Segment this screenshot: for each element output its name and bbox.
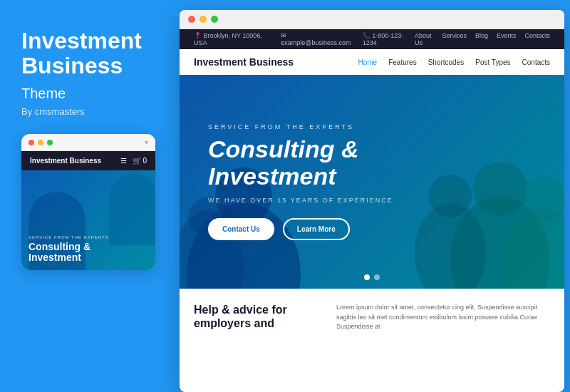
site-hero-content: SERVICE FROM THE EXPERTS Consulting & In… bbox=[208, 123, 536, 240]
site-nav-links: Home Features Shortcodes Post Types Cont… bbox=[358, 58, 550, 66]
mobile-dropdown-arrow: ▾ bbox=[145, 138, 148, 146]
hero-slide-dots bbox=[364, 274, 380, 280]
site-topbar: 📍 Brooklyn, NY 10006, USA ✉ example@busi… bbox=[180, 29, 564, 49]
hero-learn-button[interactable]: Learn More bbox=[283, 218, 350, 240]
browser-dot-red bbox=[188, 16, 195, 23]
site-topbar-contact: 📍 Brooklyn, NY 10006, USA ✉ example@busi… bbox=[194, 32, 415, 46]
nav-shortcodes[interactable]: Shortcodes bbox=[428, 58, 465, 66]
hero-cta-buttons: Contact Us Learn More bbox=[208, 218, 536, 240]
topbar-events[interactable]: Events bbox=[497, 32, 517, 46]
topbar-about[interactable]: About Us bbox=[415, 32, 433, 46]
mobile-nav-icons: ☰ 🛒 0 bbox=[120, 157, 147, 165]
site-bottom-body: Lorem ipsum dolor sit amet, consectetur … bbox=[336, 303, 550, 333]
hero-contact-button[interactable]: Contact Us bbox=[208, 218, 274, 240]
site-bottom-left: Help & advice for employers and bbox=[194, 303, 322, 333]
left-panel: Investment Business Theme By cmsmasters … bbox=[0, 0, 177, 392]
topbar-blog[interactable]: Blog bbox=[475, 32, 488, 46]
browser-dot-green bbox=[211, 16, 218, 23]
site-phone: 📞 1-800-123-1234 bbox=[363, 32, 415, 46]
mobile-hero: SERVICE FROM THE EXPERTS Consulting & In… bbox=[21, 170, 155, 270]
product-title: Investment Business bbox=[21, 29, 155, 78]
product-author: By cmsmasters bbox=[21, 106, 155, 117]
hero-subtext: WE HAVE OVER 15 YEARS OF EXPERIENCE bbox=[208, 197, 536, 204]
mobile-hero-text: SERVICE FROM THE EXPERTS Consulting & In… bbox=[28, 235, 148, 264]
hero-dot-2[interactable] bbox=[374, 274, 380, 280]
browser-dot-yellow bbox=[200, 16, 207, 23]
mobile-window-bar: ▾ bbox=[21, 134, 155, 151]
site-main-nav: Investment Business Home Features Shortc… bbox=[180, 49, 564, 75]
mobile-hero-heading: Consulting & Investment bbox=[28, 242, 148, 264]
site-bottom-heading: Help & advice for employers and bbox=[194, 303, 322, 330]
mobile-logo: Investment Business bbox=[30, 157, 101, 165]
nav-post-types[interactable]: Post Types bbox=[475, 58, 510, 66]
mobile-dot-yellow bbox=[38, 140, 43, 145]
mobile-site-header: Investment Business ☰ 🛒 0 bbox=[21, 151, 155, 170]
mobile-preview: ▾ Investment Business ☰ 🛒 0 SERVICE FROM… bbox=[21, 134, 155, 270]
nav-home[interactable]: Home bbox=[358, 58, 377, 66]
mobile-dot-green bbox=[47, 140, 53, 145]
mobile-hero-label: SERVICE FROM THE EXPERTS bbox=[28, 235, 148, 239]
browser-preview: 📍 Brooklyn, NY 10006, USA ✉ example@busi… bbox=[180, 10, 564, 392]
hero-heading: Consulting & Investment bbox=[208, 136, 536, 190]
site-hero: SERVICE FROM THE EXPERTS Consulting & In… bbox=[180, 75, 564, 289]
nav-contacts[interactable]: Contacts bbox=[522, 58, 550, 66]
site-nav-logo[interactable]: Investment Business bbox=[194, 56, 294, 68]
topbar-services[interactable]: Services bbox=[442, 32, 467, 46]
site-email: ✉ example@business.com bbox=[281, 32, 354, 46]
browser-window-bar bbox=[180, 10, 564, 29]
mobile-dot-red bbox=[28, 140, 34, 145]
mobile-menu-icon[interactable]: ☰ bbox=[120, 157, 127, 165]
site-address: 📍 Brooklyn, NY 10006, USA bbox=[194, 32, 272, 46]
hero-dot-1[interactable] bbox=[364, 274, 370, 280]
mobile-cart-icon[interactable]: 🛒 0 bbox=[133, 157, 147, 165]
hero-eyebrow-label: SERVICE FROM THE EXPERTS bbox=[208, 123, 536, 130]
product-subtitle: Theme bbox=[21, 86, 155, 102]
site-bottom-section: Help & advice for employers and Lorem ip… bbox=[180, 289, 564, 347]
site-topbar-nav: About Us Services Blog Events Contacts bbox=[415, 32, 550, 46]
topbar-contacts[interactable]: Contacts bbox=[524, 32, 550, 46]
nav-features[interactable]: Features bbox=[388, 58, 416, 66]
